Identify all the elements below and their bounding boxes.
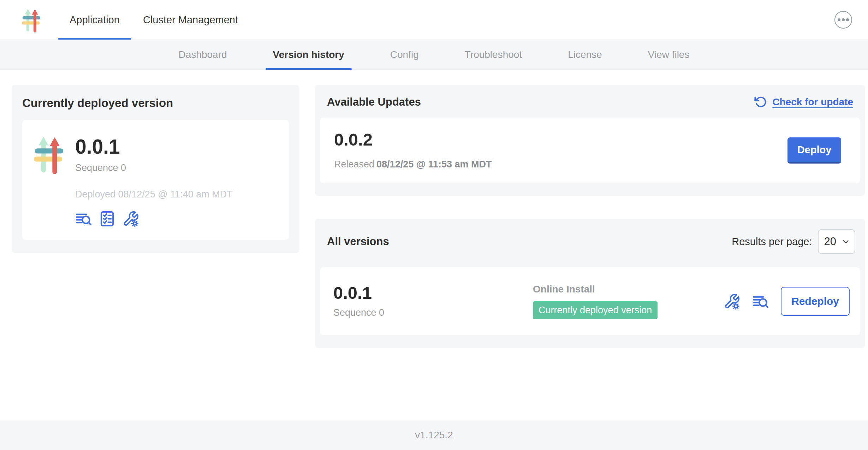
results-per-page-select[interactable]: 20	[818, 229, 855, 254]
currently-deployed-title: Currently deployed version	[22, 96, 289, 110]
version-number: 0.0.1	[333, 284, 533, 302]
overflow-menu-icon	[842, 18, 845, 21]
released-timestamp: Released08/12/25 @ 11:53 am MDT	[334, 159, 492, 170]
deployed-version-actions	[75, 211, 233, 227]
version-row: 0.0.1 Sequence 0 Online Install Currentl…	[320, 267, 860, 335]
top-navbar: Application Cluster Management	[0, 0, 868, 40]
check-for-update-label: Check for update	[772, 96, 853, 108]
released-label: Released	[334, 159, 374, 170]
subtab-dashboard[interactable]: Dashboard	[171, 40, 234, 70]
top-tabs: Application Cluster Management	[58, 0, 250, 40]
overflow-menu-icon	[838, 18, 840, 21]
deployed-version-number: 0.0.1	[75, 137, 233, 157]
results-per-page-label: Results per page:	[732, 236, 812, 248]
check-for-update-link[interactable]: Check for update	[754, 95, 853, 108]
subtab-license[interactable]: License	[560, 40, 610, 70]
available-updates-card: Available Updates Check for update 0.0.2	[315, 85, 865, 196]
all-versions-card: All versions Results per page: 20	[315, 219, 865, 348]
deployed-version-panel: 0.0.1 Sequence 0 Deployed 08/12/25 @ 11:…	[22, 120, 289, 240]
chevron-down-icon	[841, 237, 850, 246]
update-info: 0.0.2 Released08/12/25 @ 11:53 am MDT	[334, 131, 492, 170]
released-date: 08/12/25 @ 11:53 am MDT	[376, 159, 492, 170]
currently-deployed-badge: Currently deployed version	[533, 301, 658, 319]
deployed-version-info: 0.0.1 Sequence 0 Deployed 08/12/25 @ 11:…	[75, 132, 233, 227]
diff-icon[interactable]	[752, 293, 769, 310]
subtab-version-history[interactable]: Version history	[266, 40, 352, 70]
deploy-button[interactable]: Deploy	[787, 137, 841, 164]
refresh-icon	[754, 95, 767, 108]
tab-application-label: Application	[70, 14, 120, 26]
tab-cluster-management-label: Cluster Management	[143, 14, 238, 26]
install-type-label: Online Install	[533, 284, 658, 295]
tab-cluster-management[interactable]: Cluster Management	[131, 0, 250, 40]
subtab-troubleshoot[interactable]: Troubleshoot	[457, 40, 529, 70]
app-logo-icon	[33, 134, 65, 174]
subtab-config[interactable]: Config	[383, 40, 426, 70]
subtab-view-files[interactable]: View files	[641, 40, 697, 70]
version-history-page: Currently deployed version 0.0.1 Sequenc…	[0, 70, 868, 420]
tab-application[interactable]: Application	[58, 0, 131, 40]
results-per-page: Results per page: 20	[732, 229, 855, 254]
deployed-version-sequence: Sequence 0	[75, 162, 233, 173]
diff-icon[interactable]	[75, 211, 92, 227]
results-per-page-value: 20	[824, 235, 836, 248]
available-update-row: 0.0.2 Released08/12/25 @ 11:53 am MDT De…	[320, 118, 860, 183]
version-row-status: Online Install Currently deployed versio…	[533, 284, 658, 319]
version-sequence: Sequence 0	[333, 307, 533, 318]
currently-deployed-card: Currently deployed version 0.0.1 Sequenc…	[12, 85, 299, 253]
config-icon[interactable]	[123, 211, 139, 227]
config-icon[interactable]	[724, 293, 740, 310]
update-version-number: 0.0.2	[334, 131, 492, 148]
overflow-menu-icon	[846, 18, 849, 21]
preflight-checks-icon[interactable]	[99, 211, 115, 227]
console-version: v1.125.2	[415, 430, 453, 441]
version-row-actions: Redeploy	[724, 287, 850, 316]
app-subnav: Dashboard Version history Config Trouble…	[0, 40, 868, 70]
right-column: Available Updates Check for update 0.0.2	[315, 85, 865, 348]
app-footer: v1.125.2	[0, 420, 868, 450]
redeploy-button[interactable]: Redeploy	[781, 287, 850, 316]
app-logo-icon	[21, 6, 42, 33]
available-updates-title: Available Updates	[327, 96, 421, 108]
deployed-timestamp: Deployed 08/12/25 @ 11:40 am MDT	[75, 189, 233, 200]
overflow-menu-button[interactable]	[834, 11, 852, 29]
all-versions-title: All versions	[327, 235, 389, 248]
version-row-info: 0.0.1 Sequence 0	[333, 284, 533, 318]
